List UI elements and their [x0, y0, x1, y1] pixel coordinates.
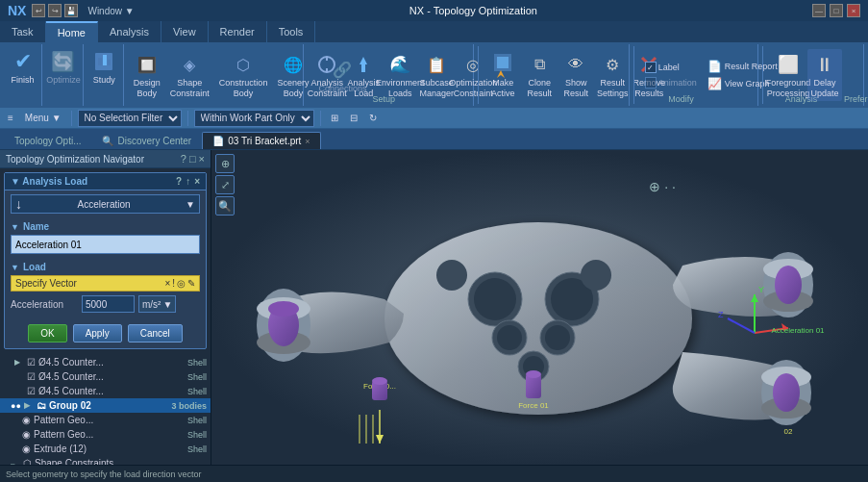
tab-close-icon[interactable]: × — [305, 137, 310, 146]
delay-update-btn[interactable]: ⏸ DelayUpdate — [807, 49, 842, 101]
tree-item-counter2[interactable]: ☑ Ø4.5 Counter... Shell — [0, 369, 211, 384]
title-right: — □ × — [812, 4, 860, 17]
tree-item-pattern2[interactable]: ◉ Pattern Geo... Shell — [0, 427, 211, 442]
tab-discovery-label: Discovery Center — [117, 136, 191, 146]
layer-btn[interactable]: ⊟ — [346, 112, 361, 124]
maximize-btn[interactable]: □ — [830, 4, 843, 17]
tab-discovery-center[interactable]: 🔍 Discovery Center — [91, 132, 202, 149]
show-result-btn[interactable]: 👁 ShowResult — [558, 49, 593, 101]
quick-access: ↩ ↪ 💾 — [32, 4, 78, 17]
ok-button[interactable]: OK — [28, 324, 66, 342]
tree-badge: Shell — [187, 444, 207, 454]
load-section-label: ▼ Load — [11, 262, 200, 272]
connections-btn[interactable]: 🔗 Connections — [314, 55, 370, 96]
name-input[interactable] — [11, 235, 200, 254]
tree-badge: Shell — [187, 358, 207, 368]
environment-loads-btn[interactable]: 🌊 EnvironmentLoads — [383, 49, 417, 101]
dialog-up-icon[interactable]: ↑ — [186, 176, 190, 187]
optimize-btn[interactable]: 🔄 Optimize — [42, 46, 85, 88]
tree-item-extrude[interactable]: ◉ Extrude (12) Shell — [0, 442, 211, 456]
specify-vector-row[interactable]: Specify Vector × ! ◎ ✎ — [11, 275, 200, 292]
vp-zoom-btn[interactable]: 🔍 — [215, 196, 235, 216]
svg-point-38 — [581, 260, 611, 291]
tree-text: Group 02 — [49, 400, 165, 411]
minimize-btn[interactable]: — — [812, 4, 826, 17]
work-part-filter[interactable]: Within Work Part Only — [194, 110, 314, 127]
env-loads-label: EnvironmentLoads — [376, 78, 425, 99]
refresh-btn[interactable]: ↻ — [365, 112, 381, 124]
redo-btn[interactable]: ↪ — [48, 4, 62, 17]
accel-value-input[interactable] — [82, 295, 135, 313]
vec-clear-icon[interactable]: × — [164, 278, 170, 289]
ribbon-group-finish: ✔ Finish — [4, 44, 42, 106]
status-bar: Select geometry to specify the load dire… — [0, 465, 868, 482]
acceleration01-label: Acceleration 01 — [771, 326, 825, 335]
animation-check-btn[interactable]: Animation — [642, 76, 700, 89]
animation-checkbox — [645, 77, 657, 89]
cancel-button[interactable]: Cancel — [128, 324, 183, 342]
connections-label: Connections — [318, 84, 366, 94]
vec-info-icon[interactable]: ! — [172, 278, 175, 289]
snap-grid-btn[interactable]: ⊞ — [327, 112, 342, 124]
nav-close-icon[interactable]: × — [199, 153, 205, 165]
tree-item-counter3[interactable]: ☑ Ø4.5 Counter... Shell — [0, 384, 211, 398]
result-settings-btn[interactable]: ⚙ ResultSettings — [595, 49, 630, 101]
label-check-btn[interactable]: ✓ Label — [642, 61, 700, 74]
tab-topology-opti[interactable]: Topology Opti... — [4, 132, 91, 149]
load-arrow: ▼ — [11, 263, 19, 272]
design-body-btn[interactable]: 🔲 DesignBody — [130, 49, 164, 101]
construction-body-btn[interactable]: ⬡ ConstructionBody — [215, 49, 272, 101]
accel-unit-selector[interactable]: m/s² ▼ — [138, 295, 176, 313]
tab-view[interactable]: View — [161, 21, 209, 42]
clone-result-btn[interactable]: ⧉ CloneResult — [522, 49, 557, 101]
foreground-btn[interactable]: ⬜ ForegroundProcessing — [771, 49, 806, 101]
vp-fit-btn[interactable]: ⤢ — [215, 175, 235, 194]
svg-rect-9 — [497, 57, 508, 68]
window-menu[interactable]: Window ▼ — [87, 6, 134, 16]
force03-label: 02 — [784, 427, 793, 436]
svg-rect-1 — [98, 58, 102, 65]
tab-render[interactable]: Render — [209, 21, 267, 42]
preferences-group-label: Preferences — [844, 92, 868, 106]
make-active-btn[interactable]: MakeActive — [485, 49, 520, 101]
tab-analysis[interactable]: Analysis — [98, 21, 161, 42]
tab-tools[interactable]: Tools — [267, 21, 316, 42]
nav-expand-icon[interactable]: □ — [189, 153, 196, 165]
dialog-help-icon[interactable]: ? — [176, 176, 182, 187]
tab-home[interactable]: Home — [46, 21, 98, 42]
dialog-name-section: ▼ Name — [5, 217, 206, 258]
vp-view-btn[interactable]: ⊕ — [215, 154, 235, 173]
dialog-close-icon[interactable]: × — [194, 176, 200, 187]
undo-btn[interactable]: ↩ — [32, 4, 45, 17]
shape-icon: ◈ — [176, 51, 203, 78]
tab-topology-label: Topology Opti... — [14, 136, 81, 146]
menu-btn[interactable]: ≡ — [4, 112, 17, 124]
vec-edit-icon[interactable]: ✎ — [187, 278, 195, 289]
nav-help-icon[interactable]: ? — [181, 153, 186, 165]
ribbon-group-modify: MakeActive ⧉ CloneResult 👁 ShowResult ⚙ … — [482, 44, 630, 106]
tab-tri-bracket[interactable]: 📄 03 Tri Bracket.prt × — [202, 132, 320, 149]
tree-badge: Shell — [187, 372, 207, 382]
model-svg: Y Z Force 01 Acceleration 01 Force 0... … — [211, 150, 868, 465]
tree-item-pattern1[interactable]: ◉ Pattern Geo... Shell — [0, 413, 211, 427]
close-btn[interactable]: × — [847, 4, 860, 17]
study-btn[interactable]: Study — [87, 46, 121, 88]
tab-task[interactable]: Task — [0, 21, 46, 42]
save-btn[interactable]: 💾 — [64, 4, 78, 17]
selection-filter[interactable]: No Selection Filter — [78, 110, 182, 127]
ribbon-tabs: Task Home Analysis View Render Tools — [0, 21, 868, 42]
type-dropdown[interactable]: ↓ Acceleration ▼ — [11, 194, 200, 214]
menu-label[interactable]: Menu ▼ — [21, 112, 65, 124]
tree-item-group02[interactable]: ●● ▶ 🗂 Group 02 3 bodies — [0, 398, 211, 413]
finish-btn[interactable]: ✔ Finish — [6, 46, 40, 88]
tree-item-shape-constraints[interactable]: – ⬡ Shape Constraints — [0, 456, 211, 465]
vec-target-icon[interactable]: ◎ — [177, 278, 186, 289]
apply-button[interactable]: Apply — [73, 324, 122, 342]
name-arrow: ▼ — [11, 222, 19, 232]
doc-tabs: Topology Opti... 🔍 Discovery Center 📄 03… — [0, 129, 868, 150]
tree-item-counter1[interactable]: ▶ ☑ Ø4.5 Counter... Shell — [0, 355, 211, 369]
force01-label: Force 01 — [518, 401, 549, 410]
shape-constraint-btn[interactable]: ◈ ShapeConstraint — [166, 49, 213, 101]
tree-icon: ☑ — [27, 371, 36, 382]
viewport[interactable]: Y Z Force 01 Acceleration 01 Force 0... … — [211, 150, 868, 465]
